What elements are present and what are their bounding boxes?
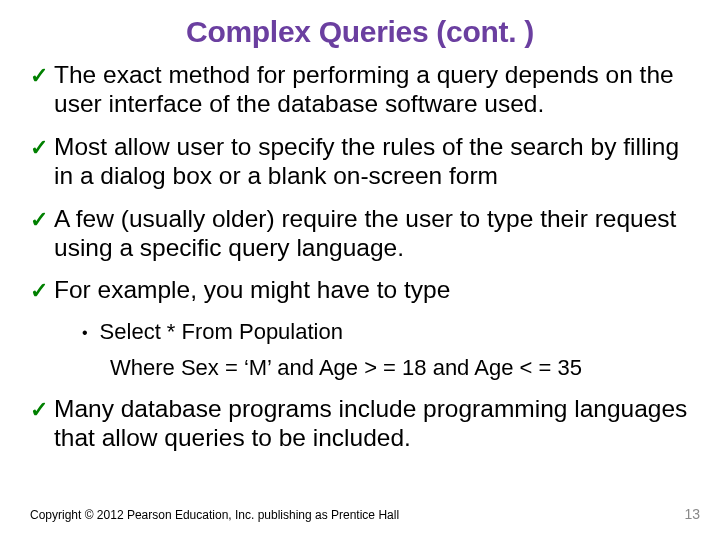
bullet-text: Most allow user to specify the rules of … [54,133,690,191]
sub-list: • Select * From Population Where Sex = ‘… [82,319,690,381]
bullet-text: A few (usually older) require the user t… [54,205,690,263]
bullet-text: For example, you might have to type [54,276,450,305]
check-icon: ✓ [30,397,48,423]
bullet-text: Many database programs include programmi… [54,395,690,453]
check-icon: ✓ [30,135,48,161]
copyright-text: Copyright © 2012 Pearson Education, Inc.… [30,508,399,522]
bullet-item: ✓ Many database programs include program… [30,395,690,453]
slide-title: Complex Queries (cont. ) [30,15,690,49]
check-icon: ✓ [30,207,48,233]
bullet-dot-icon: • [82,325,88,341]
slide: Complex Queries (cont. ) ✓ The exact met… [0,0,720,540]
sub-bullet-text: Select * From Population [100,319,343,345]
bullet-item: ✓ A few (usually older) require the user… [30,205,690,263]
sub-bullet-continuation: Where Sex = ‘M’ and Age > = 18 and Age <… [110,355,690,381]
bullet-list: ✓ The exact method for performing a quer… [30,61,690,453]
bullet-item: ✓ The exact method for performing a quer… [30,61,690,119]
page-number: 13 [684,506,700,522]
check-icon: ✓ [30,63,48,89]
sub-bullet-item: • Select * From Population [82,319,690,345]
bullet-item: ✓ Most allow user to specify the rules o… [30,133,690,191]
bullet-text: The exact method for performing a query … [54,61,690,119]
bullet-item: ✓ For example, you might have to type [30,276,690,305]
check-icon: ✓ [30,278,48,304]
